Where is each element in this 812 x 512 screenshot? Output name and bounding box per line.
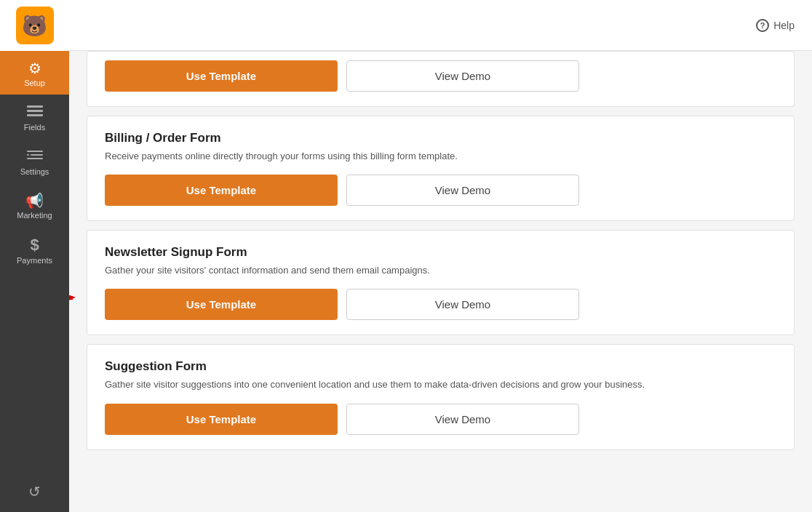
view-demo-button-newsletter[interactable]: View Demo bbox=[346, 289, 579, 320]
setup-icon: ⚙ bbox=[28, 61, 41, 76]
content-area: Use Template View Demo Billing / Order F… bbox=[69, 51, 812, 512]
topbar: ? Help bbox=[69, 0, 812, 51]
marketing-icon: 📢 bbox=[25, 193, 44, 208]
sidebar-item-history[interactable]: ↺ bbox=[0, 477, 69, 503]
svg-rect-0 bbox=[27, 105, 43, 108]
sidebar-logo: 🐻 bbox=[0, 0, 69, 51]
help-link[interactable]: ? Help bbox=[756, 19, 795, 32]
sidebar-label-setup: Setup bbox=[24, 79, 45, 87]
fields-icon bbox=[27, 105, 43, 120]
template-card-partial: Use Template View Demo bbox=[87, 51, 795, 107]
template-desc-suggestion: Gather site visitor suggestions into one… bbox=[105, 378, 776, 391]
template-card-newsletter: Newsletter Signup Form Gather your site … bbox=[87, 230, 795, 335]
use-template-button-billing[interactable]: Use Template bbox=[105, 175, 338, 206]
help-label: Help bbox=[773, 20, 795, 31]
template-actions-billing: Use Template View Demo bbox=[105, 175, 776, 206]
svg-rect-5 bbox=[27, 154, 29, 156]
sidebar-item-payments[interactable]: $ Payments bbox=[0, 227, 69, 272]
template-actions-newsletter: Use Template View Demo bbox=[105, 289, 776, 320]
sidebar-label-payments: Payments bbox=[17, 256, 52, 265]
svg-rect-3 bbox=[27, 151, 43, 152]
svg-rect-2 bbox=[27, 114, 43, 116]
template-actions-suggestion: Use Template View Demo bbox=[105, 404, 776, 435]
template-desc-billing: Receive payments online directly through… bbox=[105, 150, 776, 163]
sidebar: 🐻 ⚙ Setup Fields Settings 📢 Marketi bbox=[0, 0, 69, 512]
template-desc-newsletter: Gather your site visitors' contact infor… bbox=[105, 264, 776, 277]
view-demo-button-suggestion[interactable]: View Demo bbox=[346, 404, 579, 435]
arrow-annotation bbox=[69, 260, 102, 332]
use-template-button-partial[interactable]: Use Template bbox=[105, 60, 338, 92]
history-icon: ↺ bbox=[28, 484, 41, 499]
sidebar-label-fields: Fields bbox=[24, 123, 45, 132]
template-title-billing: Billing / Order Form bbox=[105, 131, 776, 145]
sidebar-item-fields[interactable]: Fields bbox=[0, 95, 69, 139]
sidebar-label-marketing: Marketing bbox=[17, 211, 52, 220]
payments-icon: $ bbox=[30, 237, 39, 253]
sidebar-item-marketing[interactable]: 📢 Marketing bbox=[0, 183, 69, 227]
use-template-button-newsletter[interactable]: Use Template bbox=[105, 289, 338, 320]
template-card-suggestion: Suggestion Form Gather site visitor sugg… bbox=[87, 344, 795, 449]
svg-rect-4 bbox=[31, 154, 43, 156]
view-demo-button-partial[interactable]: View Demo bbox=[346, 60, 579, 92]
sidebar-item-setup[interactable]: ⚙ Setup bbox=[0, 51, 69, 95]
template-title-suggestion: Suggestion Form bbox=[105, 359, 776, 374]
template-title-newsletter: Newsletter Signup Form bbox=[105, 245, 776, 260]
view-demo-button-billing[interactable]: View Demo bbox=[346, 175, 579, 206]
use-template-button-suggestion[interactable]: Use Template bbox=[105, 404, 338, 435]
svg-rect-1 bbox=[27, 110, 43, 112]
main-area: ? Help Use Template View Demo Billing / … bbox=[69, 0, 812, 512]
sidebar-label-settings: Settings bbox=[20, 167, 49, 176]
svg-rect-6 bbox=[27, 158, 43, 159]
sidebar-bottom: ↺ bbox=[0, 477, 69, 512]
settings-icon bbox=[27, 149, 43, 164]
sidebar-item-settings[interactable]: Settings bbox=[0, 139, 69, 183]
logo-bear-icon: 🐻 bbox=[16, 7, 54, 44]
template-card-billing: Billing / Order Form Receive payments on… bbox=[87, 116, 795, 221]
help-icon: ? bbox=[756, 19, 769, 32]
template-actions-partial: Use Template View Demo bbox=[105, 60, 776, 92]
